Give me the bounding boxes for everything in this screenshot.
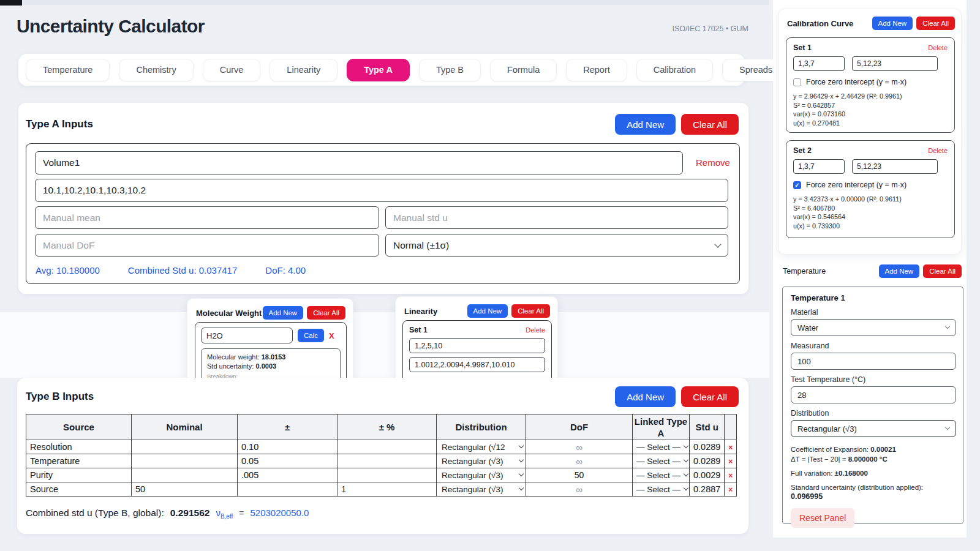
type-b-clear-all-button[interactable]: Clear All bbox=[681, 386, 739, 407]
cell-source[interactable]: Resolution bbox=[26, 440, 132, 454]
mw-weight-label: Molecular weight: bbox=[207, 353, 260, 361]
type-a-distribution-select[interactable]: Normal (±1σ) bbox=[385, 234, 728, 257]
force-zero-label[interactable]: Force zero intercept (y = m·x) bbox=[806, 181, 907, 189]
tab-curve[interactable]: Curve bbox=[203, 59, 261, 81]
set-1-y-input[interactable] bbox=[852, 56, 938, 71]
cell-nominal[interactable] bbox=[132, 440, 238, 454]
row-delete-button[interactable]: × bbox=[728, 443, 733, 452]
tab-type-b[interactable]: Type B bbox=[419, 59, 481, 81]
tab-chemistry[interactable]: Chemistry bbox=[119, 59, 193, 81]
cell-pm[interactable]: 0.10 bbox=[238, 440, 337, 454]
cell-pm[interactable]: 0.05 bbox=[238, 454, 337, 468]
linked-type-a-select[interactable]: — Select — bbox=[636, 482, 688, 496]
force-zero-checkbox[interactable] bbox=[793, 78, 801, 86]
cell-dof[interactable]: ∞ bbox=[576, 442, 582, 452]
material-select[interactable]: Water bbox=[791, 319, 956, 336]
set-2-x-input[interactable] bbox=[793, 159, 845, 174]
top-left-notch bbox=[0, 0, 22, 6]
coefficient-label: Coefficient of Expansion: bbox=[791, 446, 869, 453]
linked-type-a-select[interactable]: — Select — bbox=[636, 468, 688, 482]
cell-nominal[interactable] bbox=[132, 454, 238, 468]
cell-dof[interactable]: ∞ bbox=[576, 484, 582, 495]
measurand-input[interactable] bbox=[791, 353, 956, 370]
distribution-select[interactable]: Rectangular (√3) bbox=[442, 482, 523, 496]
col-pm-pct: ± % bbox=[337, 414, 437, 440]
cell-pm-pct[interactable] bbox=[337, 454, 437, 468]
type-a-section: Type A Inputs Add New Clear All Remove N… bbox=[18, 103, 748, 294]
type-b-add-new-button[interactable]: Add New bbox=[615, 386, 676, 407]
linked-type-a-select[interactable]: — Select — bbox=[636, 440, 688, 454]
linearity-y-input[interactable] bbox=[409, 357, 545, 372]
cell-nominal[interactable] bbox=[132, 468, 238, 482]
type-a-add-new-button[interactable]: Add New bbox=[615, 114, 676, 135]
temperature-add-new-button[interactable]: Add New bbox=[879, 264, 920, 278]
mw-stdu-value: 0.0003 bbox=[256, 362, 277, 370]
reset-panel-button[interactable]: Reset Panel bbox=[791, 508, 854, 528]
floating-cards-band bbox=[0, 312, 769, 378]
temperature-distribution-select[interactable]: Rectangular (√3) bbox=[791, 420, 956, 437]
temperature-distribution-value: Rectangular (√3) bbox=[797, 424, 857, 433]
tab-temperature[interactable]: Temperature bbox=[26, 59, 110, 81]
set-2-delete-link[interactable]: Delete bbox=[928, 147, 948, 154]
manual-dof-input[interactable] bbox=[35, 234, 379, 257]
mw-remove-button[interactable]: X bbox=[329, 331, 334, 340]
manual-mean-input[interactable] bbox=[35, 206, 379, 229]
chevron-down-icon bbox=[945, 324, 950, 329]
force-zero-checkbox[interactable] bbox=[793, 181, 801, 189]
test-temperature-input[interactable] bbox=[791, 386, 956, 403]
calibration-curve-title: Calibration Curve bbox=[787, 19, 853, 28]
cell-source[interactable]: Purity bbox=[26, 468, 132, 482]
force-zero-label[interactable]: Force zero intercept (y = m·x) bbox=[806, 78, 907, 86]
row-delete-button[interactable]: × bbox=[728, 457, 733, 466]
temperature-clear-all-button[interactable]: Clear All bbox=[923, 264, 962, 278]
set-1-x-input[interactable] bbox=[793, 56, 845, 71]
mw-formula-input[interactable] bbox=[201, 328, 293, 343]
col-pm: ± bbox=[238, 414, 337, 440]
type-a-values-input[interactable] bbox=[35, 179, 728, 202]
tab-report[interactable]: Report bbox=[566, 59, 627, 81]
table-row: Purity .005 Rectangular (√3) 50 — Select… bbox=[26, 468, 737, 482]
tab-formula[interactable]: Formula bbox=[490, 59, 557, 81]
tab-calibration[interactable]: Calibration bbox=[636, 59, 713, 81]
row-delete-button[interactable]: × bbox=[728, 471, 733, 480]
cell-pm-pct[interactable] bbox=[337, 468, 437, 482]
mw-add-new-button[interactable]: Add New bbox=[263, 306, 304, 320]
tab-linearity[interactable]: Linearity bbox=[270, 59, 337, 81]
set-2-y-input[interactable] bbox=[852, 159, 938, 174]
nu-eff-equals: = bbox=[239, 508, 244, 518]
type-a-clear-all-button[interactable]: Clear All bbox=[681, 114, 739, 135]
delta-t-label: ΔT = |Test − 20| = bbox=[791, 455, 846, 463]
mw-calc-button[interactable]: Calc bbox=[298, 329, 324, 342]
cell-source[interactable]: Source bbox=[26, 482, 132, 497]
linearity-delete-link[interactable]: Delete bbox=[526, 326, 545, 334]
col-source: Source bbox=[26, 414, 132, 440]
cell-pm-pct[interactable] bbox=[337, 440, 437, 454]
cell-nominal[interactable]: 50 bbox=[132, 482, 238, 497]
tab-type-a[interactable]: Type A bbox=[347, 59, 410, 81]
distribution-select[interactable]: Rectangular (√3) bbox=[442, 468, 523, 482]
cell-dof[interactable]: 50 bbox=[526, 468, 633, 482]
type-a-remove-link[interactable]: Remove bbox=[696, 157, 730, 168]
mw-clear-all-button[interactable]: Clear All bbox=[307, 306, 345, 320]
linearity-clear-all-button[interactable]: Clear All bbox=[511, 304, 550, 318]
calibration-clear-all-button[interactable]: Clear All bbox=[916, 17, 955, 30]
type-a-name-input[interactable] bbox=[35, 151, 683, 174]
set-1-delete-link[interactable]: Delete bbox=[928, 44, 948, 51]
cell-pm-pct[interactable]: 1 bbox=[337, 482, 437, 497]
temperature-card: Temperature 1 Material Water Measurand T… bbox=[782, 287, 963, 524]
type-b-summary: Combined std u (Type B, global): 0.29156… bbox=[26, 508, 309, 520]
distribution-select[interactable]: Rectangular (√3) bbox=[442, 454, 523, 468]
cell-dof[interactable]: ∞ bbox=[576, 456, 582, 467]
cell-source[interactable]: Temperature bbox=[26, 454, 132, 468]
set-2-stats: y = 3.42373·x + 0.00000 (R²: 0.9611) S² … bbox=[793, 195, 948, 230]
calibration-add-new-button[interactable]: Add New bbox=[872, 17, 913, 30]
linked-type-a-select[interactable]: — Select — bbox=[636, 454, 688, 468]
manual-std-u-input[interactable] bbox=[385, 206, 728, 229]
distribution-select[interactable]: Rectangular (√12 bbox=[442, 440, 523, 454]
row-delete-button[interactable]: × bbox=[728, 485, 733, 494]
cell-pm[interactable] bbox=[238, 482, 337, 497]
linearity-x-input[interactable] bbox=[409, 338, 545, 353]
cell-pm[interactable]: .005 bbox=[238, 468, 337, 482]
set-1-var: var(x) = 0.073160 bbox=[793, 110, 948, 119]
linearity-add-new-button[interactable]: Add New bbox=[467, 304, 508, 318]
